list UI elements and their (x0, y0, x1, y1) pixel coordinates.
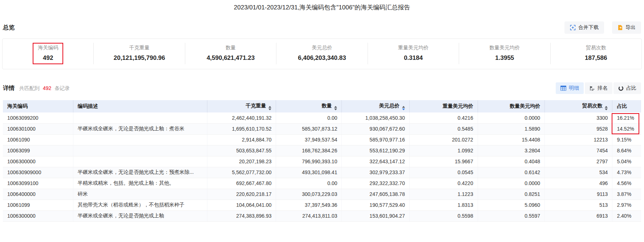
summary-card: 数量美元均价1.3955 (459, 43, 550, 64)
column-header-label: 重量美元均价 (443, 103, 473, 109)
summary-card: 海关编码492 (3, 43, 93, 64)
summary-card-value: 4,590,621,471.23 (207, 54, 255, 62)
sort-desc-caret (334, 108, 337, 110)
column-header-label: 贸易次数 (582, 103, 602, 108)
hs-code-cell: 10063099200 (3, 112, 73, 123)
details-table: 海关编码编码描述千克重量数量美元总价重量美元均价数量美元均价贸易次数占比 100… (3, 100, 641, 222)
sort-asc-caret (605, 106, 608, 108)
summary-card-value: 20,121,195,790.96 (114, 54, 165, 62)
tab-label: 明细 (569, 85, 579, 91)
table-cell-trade-count: 7454 (545, 145, 612, 156)
table-cell-usd-total: 322,643,147.12 (342, 156, 409, 167)
table-cell-share: 3.87% (612, 189, 641, 200)
table-cell-share: 4.73% (612, 167, 641, 178)
table-cell-usd-per-kg: 0.4220 (409, 178, 478, 189)
table-cell-usd-total: 190,577,529.40 (342, 200, 409, 210)
table-cell-quantity: 300,073,229.03 (276, 189, 342, 200)
sort-desc-caret (605, 108, 608, 110)
column-header-share: 占比 (612, 100, 641, 112)
table-body: 100630992002,462,440,191.320.001,038,258… (3, 112, 641, 221)
table-row: 100630992002,462,440,191.320.001,038,258… (3, 112, 641, 123)
sort-asc-caret (402, 106, 405, 108)
table-cell-share: 2.40% (612, 210, 641, 221)
table-cell-share: 9.15% (612, 134, 641, 145)
table-cell-usd-per-kg: 15.9667 (409, 156, 478, 167)
sort-icon[interactable] (402, 106, 405, 110)
summary-card-inner: 数量4,590,621,471.23 (202, 43, 260, 64)
sort-desc-caret (268, 108, 271, 110)
summary-card: 美元总价6,406,203,340.83 (276, 43, 367, 64)
report-page: 2023/01/01-2023/12/31,海关编码包含"1006"的海关编码汇… (0, 0, 644, 242)
table-cell-share: 4.56% (612, 178, 641, 189)
toolbar: 合并下载 导出 (564, 21, 641, 34)
column-header-kg-weight[interactable]: 千克重量 (207, 100, 276, 112)
details-heading: 详情 (3, 85, 15, 92)
tab-rank[interactable]: 排名 (585, 82, 612, 94)
summary-card-value: 0.3184 (398, 54, 429, 62)
table-cell-trade-count: 6913 (545, 210, 612, 221)
table-cell-quantity: 0.00 (276, 178, 342, 189)
summary-card-value: 6,406,203,340.83 (298, 54, 346, 62)
summary-card-inner: 数量美元均价1.3955 (484, 43, 525, 64)
report-title: 2023/01/01-2023/12/31,海关编码包含"1006"的海关编码汇… (0, 0, 644, 12)
table-cell-kg-weight: 5,562,077,732.00 (207, 167, 276, 178)
table-cell-trade-count: 534 (545, 167, 612, 178)
table-cell-trade-count: 496 (545, 178, 612, 189)
table-cell-usd-per-qty: 3.2804 (478, 145, 544, 156)
summary-card-value: 1.3955 (489, 54, 520, 62)
view-tabs: 明细排名占比 (556, 82, 641, 94)
table-cell-usd-per-qty: 0.5597 (478, 210, 544, 221)
sort-asc-caret (334, 106, 337, 108)
export-button[interactable]: 导出 (612, 21, 641, 34)
table-cell-usd-per-kg: 201.0272 (409, 134, 478, 145)
table-cell-description (73, 134, 207, 145)
summary-card-value: 492 (38, 54, 58, 62)
sort-desc-caret (402, 108, 405, 110)
table-cell-description (73, 156, 207, 167)
table-cell-quantity: 37,949,537.54 (276, 134, 342, 145)
hs-code-cell: 10061099 (3, 200, 73, 210)
table-icon (560, 86, 566, 91)
table-row: 10061099其他带壳大米（稻谷或糙米），不包括稻米种子104,064,041… (3, 200, 641, 210)
summary-card-label: 海关编码 (38, 45, 58, 51)
tab-label: 占比 (626, 85, 636, 91)
sort-icon[interactable] (268, 106, 271, 110)
table-cell-description (73, 145, 207, 156)
summary-card-label: 数量美元均价 (489, 45, 520, 51)
table-cell-kg-weight: 220,620,218.17 (207, 189, 276, 200)
sort-asc-caret (268, 106, 271, 108)
column-header-description: 编码描述 (73, 100, 207, 112)
summary-card-inner: 美元总价6,406,203,340.83 (293, 43, 351, 64)
summary-card: 数量4,590,621,471.23 (185, 43, 276, 64)
column-header-quantity[interactable]: 数量 (276, 100, 342, 112)
table-cell-usd-per-qty: 0.0000 (478, 112, 544, 123)
hs-code-cell: 10063099 (3, 145, 73, 156)
table-cell-quantity: 168,762,384.26 (276, 145, 342, 156)
tab-detail[interactable]: 明细 (556, 82, 584, 94)
sort-icon[interactable] (605, 106, 608, 110)
table-cell-usd-per-kg: 0.5485 (409, 123, 478, 134)
hs-code-cell: 10063099100 (3, 178, 73, 189)
table-cell-trade-count: 513 (545, 200, 612, 210)
hs-code-cell: 1006301000 (3, 123, 73, 134)
table-cell-share: 16.21% (612, 112, 641, 123)
rank-icon (590, 86, 595, 91)
summary-card-label: 千克重量 (114, 45, 165, 51)
export-label: 导出 (625, 24, 636, 31)
details-table-wrap: 海关编码编码描述千克重量数量美元总价重量美元均价数量美元均价贸易次数占比 100… (3, 100, 641, 222)
match-prefix: 共匹配到 (19, 85, 40, 91)
merge-download-button[interactable]: 合并下载 (564, 21, 604, 34)
column-header-label: 编码描述 (78, 103, 98, 109)
sort-icon[interactable] (334, 106, 337, 110)
hs-code-cell: 100630909000 (3, 167, 73, 178)
table-cell-kg-weight: 20,207,198.23 (207, 156, 276, 167)
tab-share[interactable]: 占比 (613, 82, 641, 94)
table-cell-kg-weight: 2,914,884.70 (207, 134, 276, 145)
match-count: 492 (43, 85, 51, 91)
match-suffix: 条记录 (54, 85, 70, 91)
summary-card-value: 187,586 (585, 54, 607, 62)
table-cell-usd-per-qty: 5.0960 (478, 200, 544, 210)
column-header-usd-total[interactable]: 美元总价 (342, 100, 409, 112)
table-cell-kg-weight: 503,653,847.55 (207, 145, 276, 156)
column-header-trade-count[interactable]: 贸易次数 (545, 100, 612, 112)
